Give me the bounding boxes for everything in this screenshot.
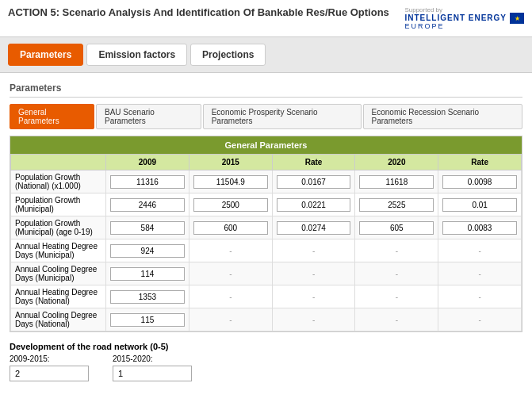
road-field-2: 2015-2020: [113,354,192,381]
row-cell[interactable] [106,262,189,285]
row-label: Population Growth (National) (x1.000) [11,170,106,193]
row-cell: - [438,285,522,308]
tab-parameters[interactable]: Parameters [8,44,83,66]
header-logo: Supported by INTELLIGENT ENERGY EUROPE ★ [404,6,524,30]
tab-emission-factors[interactable]: Emission factors [86,44,187,66]
row-label: Annual Cooling Degree Days (Municipal) [11,262,106,285]
road-fields: 2009-2015: 2015-2020: [10,354,522,381]
col-rate1: Rate [272,155,355,170]
table-header-row: 2009 2015 Rate 2020 Rate [11,155,522,170]
row-cell[interactable] [106,239,189,262]
cell-input[interactable] [359,175,434,189]
col-rate2: Rate [438,155,522,170]
row-cell: - [355,262,438,285]
row-cell: - [438,262,522,285]
row-cell[interactable] [106,216,189,239]
cell-input[interactable] [359,221,434,235]
road-section: Development of the road network (0-5) 20… [10,342,522,381]
row-cell: - [189,285,272,308]
road-input-1[interactable] [10,366,89,381]
table-row: Annual Cooling Degree Days (National)---… [11,308,522,331]
cell-input[interactable] [110,313,185,327]
parameters-table: General Parameters 2009 2015 Rate 2020 R… [10,136,522,332]
cell-input[interactable] [442,175,517,189]
logo-europe-text: EUROPE [404,22,507,30]
cell-input[interactable] [442,198,517,212]
road-label-2: 2015-2020: [113,354,192,363]
row-cell: - [272,308,355,331]
row-cell[interactable] [189,193,272,216]
cell-input[interactable] [193,175,268,189]
row-cell[interactable] [106,308,189,331]
row-cell[interactable] [355,193,438,216]
cell-input[interactable] [193,221,268,235]
col-2020: 2020 [355,155,438,170]
logo-brand-name: INTELLIGENT ENERGY [404,13,507,22]
header: Supported by INTELLIGENT ENERGY EUROPE ★… [0,0,532,37]
cell-input[interactable] [110,290,185,304]
row-cell[interactable] [189,170,272,193]
road-field-1: 2009-2015: [10,354,89,381]
cell-input[interactable] [277,198,351,212]
table-row: Annual Heating Degree Days (Municipal)--… [11,239,522,262]
cell-input[interactable] [110,267,185,281]
row-cell: - [189,262,272,285]
row-cell: - [272,239,355,262]
cell-input[interactable] [110,244,185,258]
row-label: Population Growth (Municipal) (age 0-19) [11,216,106,239]
row-cell: - [355,308,438,331]
table-row: Annual Heating Degree Days (National)---… [11,285,522,308]
col-2009: 2009 [106,155,189,170]
road-title: Development of the road network (0-5) [10,342,522,351]
table-section-label: General Parameters [10,136,522,154]
row-cell: - [355,285,438,308]
sub-tab-general[interactable]: General Parameters [10,104,94,129]
table-row: Population Growth (Municipal) (age 0-19) [11,216,522,239]
row-cell[interactable] [272,170,355,193]
row-cell[interactable] [272,193,355,216]
sub-tab-bau[interactable]: BAU Scenario Parameters [96,104,201,129]
row-cell[interactable] [106,170,189,193]
tab-projections[interactable]: Projections [190,44,266,66]
cell-input[interactable] [277,175,351,189]
table-row: Population Growth (Municipal) [11,193,522,216]
cell-input[interactable] [110,175,185,189]
row-cell[interactable] [355,216,438,239]
cell-input[interactable] [359,198,434,212]
row-cell[interactable] [189,216,272,239]
tab-bar: Parameters Emission factors Projections [0,37,532,73]
row-label: Population Growth (Municipal) [11,193,106,216]
row-cell[interactable] [438,216,522,239]
cell-input[interactable] [193,198,268,212]
cell-input[interactable] [442,221,517,235]
table-row: Annual Cooling Degree Days (Municipal)--… [11,262,522,285]
sub-tab-bar: General Parameters BAU Scenario Paramete… [10,104,522,129]
row-cell[interactable] [438,170,522,193]
row-cell[interactable] [106,285,189,308]
row-cell: - [438,239,522,262]
row-cell[interactable] [106,193,189,216]
cell-input[interactable] [110,198,185,212]
logo-text: Supported by INTELLIGENT ENERGY EUROPE [404,6,507,30]
sub-tab-recession[interactable]: Economic Recession Scenario Parameters [363,104,522,129]
row-cell: - [438,308,522,331]
col-label [11,155,106,170]
row-cell[interactable] [272,216,355,239]
cell-input[interactable] [110,221,185,235]
logo-icon: ★ [510,13,524,24]
row-label: Annual Cooling Degree Days (National) [11,308,106,331]
logo-supported-text: Supported by [404,6,507,13]
table-row: Population Growth (National) (x1.000) [11,170,522,193]
sub-tab-prosperity[interactable]: Economic Prosperity Scenario Parameters [203,104,362,129]
row-cell: - [272,262,355,285]
row-label: Annual Heating Degree Days (Municipal) [11,239,106,262]
row-cell[interactable] [355,170,438,193]
section-title: Parameters [10,82,522,98]
row-cell: - [355,239,438,262]
row-cell: - [272,285,355,308]
main-content: Parameters General Parameters BAU Scenar… [0,73,532,391]
row-cell: - [189,308,272,331]
row-cell[interactable] [438,193,522,216]
cell-input[interactable] [277,221,351,235]
road-input-2[interactable] [113,366,192,381]
